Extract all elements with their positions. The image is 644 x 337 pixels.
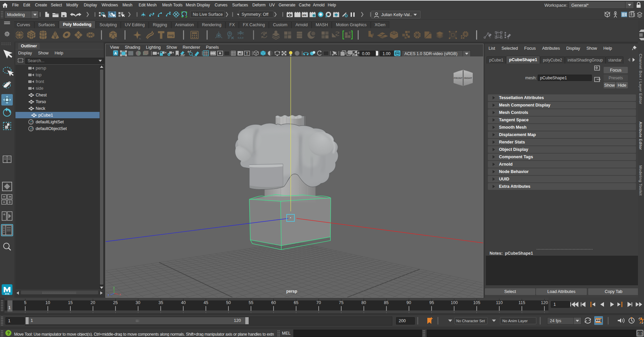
svg-text:5: 5 xyxy=(24,300,27,305)
svg-text:0,0,0: 0,0,0 xyxy=(238,36,243,39)
svg-text:defaultLightSet: defaultLightSet xyxy=(36,120,64,124)
svg-text:y: y xyxy=(113,286,115,289)
svg-text:z: z xyxy=(108,293,109,297)
svg-text:Chest: Chest xyxy=(36,93,47,97)
svg-text:side: side xyxy=(36,86,43,91)
svg-text:T: T xyxy=(246,51,248,55)
svg-text:x: x xyxy=(325,15,327,17)
svg-text:45: 45 xyxy=(204,300,208,305)
svg-text:90: 90 xyxy=(406,300,411,305)
svg-text:AYA: AYA xyxy=(5,293,9,295)
svg-text:top: top xyxy=(36,73,41,77)
svg-text:75: 75 xyxy=(339,300,344,305)
svg-text:{;}: {;} xyxy=(637,332,643,336)
svg-text:20: 20 xyxy=(91,300,95,305)
svg-text:defaultObjectSet: defaultObjectSet xyxy=(36,126,67,131)
svg-text:persp: persp xyxy=(286,289,297,294)
svg-text:FRONT: FRONT xyxy=(454,77,463,80)
svg-text:80: 80 xyxy=(361,300,366,305)
svg-text:25: 25 xyxy=(113,300,118,305)
svg-text:105: 105 xyxy=(473,300,480,305)
svg-text:IPR: IPR xyxy=(302,14,307,16)
svg-text:30: 30 xyxy=(136,300,140,305)
svg-text:40: 40 xyxy=(181,300,186,305)
svg-text:100: 100 xyxy=(451,300,458,305)
svg-text:35: 35 xyxy=(158,300,163,305)
svg-text:15: 15 xyxy=(68,300,73,305)
svg-text:x: x xyxy=(119,293,121,296)
svg-text:65: 65 xyxy=(294,300,298,305)
svg-text:RIGHT: RIGHT xyxy=(464,77,472,80)
svg-text:A: A xyxy=(114,51,117,55)
svg-text:120: 120 xyxy=(541,300,548,305)
svg-text:front: front xyxy=(36,79,44,84)
svg-text:110: 110 xyxy=(496,300,503,305)
svg-text:pCube1: pCube1 xyxy=(38,113,53,118)
svg-text:85: 85 xyxy=(384,300,389,305)
svg-text:55: 55 xyxy=(249,300,253,305)
svg-text:svg: svg xyxy=(168,33,174,37)
svg-text:60: 60 xyxy=(271,300,276,305)
svg-text:Neck: Neck xyxy=(36,106,45,111)
svg-text:95: 95 xyxy=(429,300,434,305)
svg-text:Torso: Torso xyxy=(36,99,46,104)
svg-text:70: 70 xyxy=(316,300,321,305)
svg-text:115: 115 xyxy=(518,300,525,305)
svg-text:persp: persp xyxy=(36,66,46,71)
svg-text:1: 1 xyxy=(8,305,11,310)
svg-text:10: 10 xyxy=(45,300,50,305)
svg-text:50: 50 xyxy=(226,300,231,305)
